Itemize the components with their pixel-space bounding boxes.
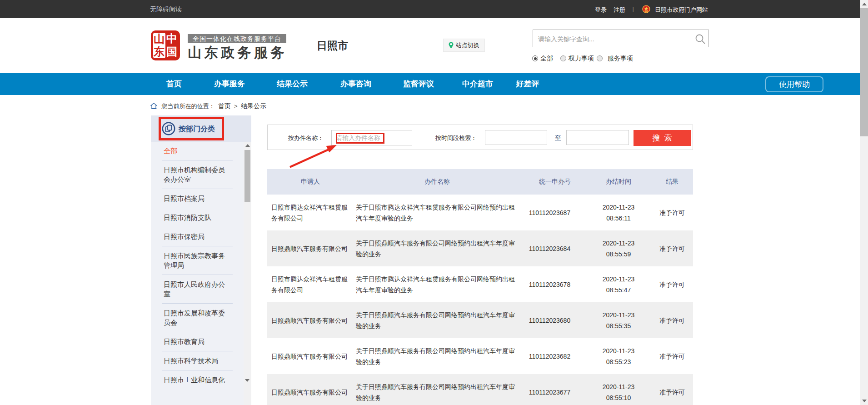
svg-text:山: 山 xyxy=(154,33,165,45)
svg-text:国: 国 xyxy=(166,46,177,58)
svg-text:中: 中 xyxy=(166,33,177,45)
svg-text:东: 东 xyxy=(153,46,165,58)
